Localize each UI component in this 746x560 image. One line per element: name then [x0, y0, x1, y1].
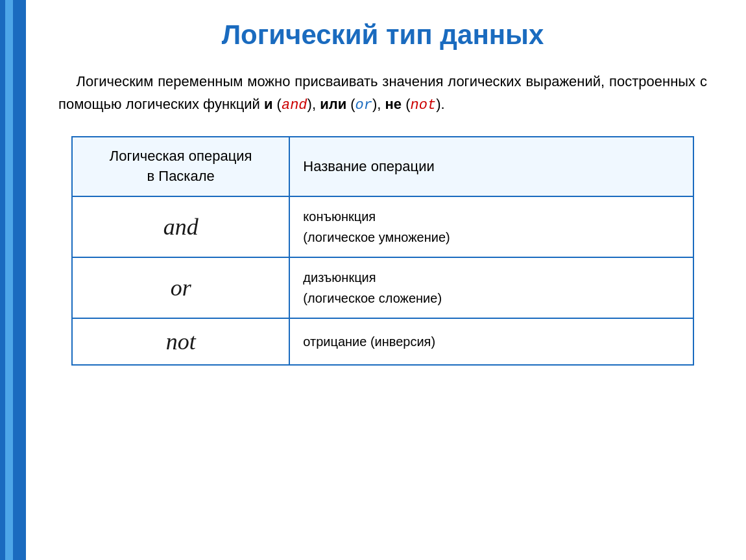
intro-paragraph: Логическим переменным можно присваивать …: [58, 70, 707, 117]
main-content: Логический тип данных Логическим перемен…: [26, 0, 746, 379]
operation-not: not: [72, 318, 289, 365]
page-title: Логический тип данных: [58, 19, 707, 51]
name-or: дизъюнкция (логическое сложение): [289, 257, 693, 318]
operation-or: or: [72, 257, 289, 318]
intro-paren1-open: (: [273, 96, 282, 112]
table-row-or: or дизъюнкция (логическое сложение): [72, 257, 693, 318]
table-row-and: and конъюнкция (логическое умножение): [72, 196, 693, 257]
intro-paren1-close: ): [307, 96, 312, 112]
intro-comma2: ,: [377, 96, 385, 112]
table-row-not: not отрицание (инверсия): [72, 318, 693, 365]
operation-and: and: [72, 196, 289, 257]
intro-bold-ne: не: [385, 96, 402, 112]
name-not: отрицание (инверсия): [289, 318, 693, 365]
header-col-operation: Логическая операцияв Паскале: [72, 137, 289, 196]
intro-paren3-open: (: [402, 96, 410, 112]
name-not-line1: отрицание (инверсия): [303, 334, 435, 349]
operations-table: Логическая операцияв Паскале Название оп…: [71, 136, 694, 366]
name-and: конъюнкция (логическое умножение): [289, 196, 693, 257]
name-or-line1: дизъюнкция: [303, 270, 376, 285]
intro-code-and: and: [282, 97, 307, 113]
header-col-name: Название операции: [289, 137, 693, 196]
left-bar: [0, 0, 26, 560]
name-or-line2: (логическое сложение): [303, 291, 442, 305]
intro-code-not: not: [411, 97, 437, 113]
intro-paren2-open: (: [346, 96, 355, 112]
table-header-row: Логическая операцияв Паскале Название оп…: [72, 137, 693, 196]
intro-bold-i: и: [264, 96, 273, 112]
name-and-line2: (логическое умножение): [303, 230, 450, 244]
intro-bold-ili: или: [320, 96, 346, 112]
name-and-line1: конъюнкция: [303, 209, 376, 224]
table-container: Логическая операцияв Паскале Название оп…: [71, 136, 694, 366]
intro-code-or: or: [355, 97, 372, 113]
intro-paren3-close: ).: [436, 96, 444, 112]
intro-comma1: ,: [312, 96, 320, 112]
left-bar-inner: [5, 0, 13, 560]
